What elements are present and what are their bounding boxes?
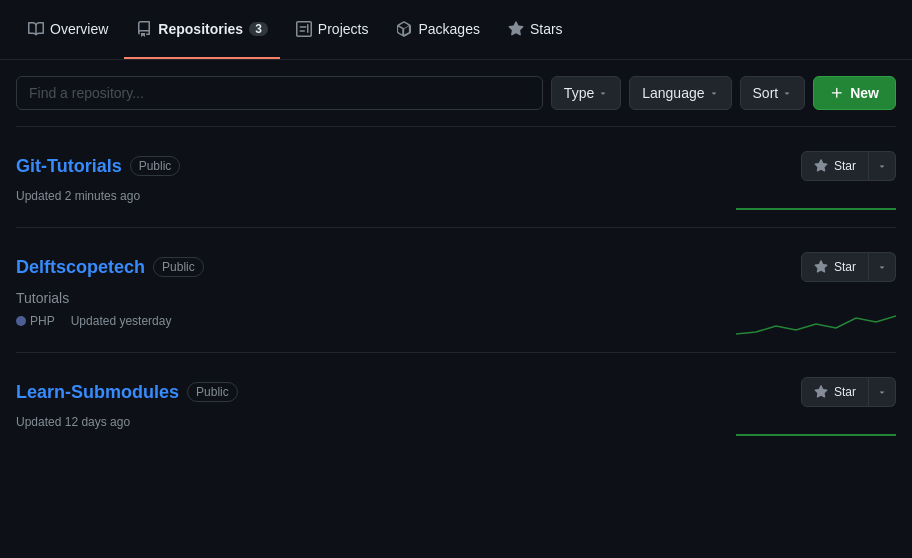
chevron-down-icon: [598, 88, 608, 98]
star-dropdown-git-tutorials[interactable]: [869, 151, 896, 181]
repositories-badge: 3: [249, 22, 268, 36]
repo-title-group: Learn-Submodules Public: [16, 382, 238, 403]
activity-chart: [736, 306, 896, 336]
language-dot: [16, 316, 26, 326]
type-dropdown[interactable]: Type: [551, 76, 621, 110]
star-dropdown-learn-submodules[interactable]: [869, 377, 896, 407]
activity-bar-delftscopetech: [736, 306, 896, 336]
star-button-git-tutorials[interactable]: Star: [801, 151, 869, 181]
table-row: Delftscopetech Public Star Tutorials: [16, 227, 896, 352]
table-row: Git-Tutorials Public Star Updated 2 min: [16, 126, 896, 227]
visibility-badge: Public: [187, 382, 238, 402]
nav-overview-label: Overview: [50, 21, 108, 37]
activity-bar-learn-submodules: [736, 407, 896, 437]
star-nav-icon: [508, 21, 524, 37]
activity-chart: [736, 181, 896, 211]
new-button[interactable]: New: [813, 76, 896, 110]
toolbar: Type Language Sort New: [0, 60, 912, 126]
nav-projects-label: Projects: [318, 21, 369, 37]
nav-item-stars[interactable]: Stars: [496, 0, 575, 59]
repo-name-delftscopetech[interactable]: Delftscopetech: [16, 257, 145, 278]
activity-bar-git-tutorials: [736, 181, 896, 211]
language-dropdown[interactable]: Language: [629, 76, 731, 110]
chevron-down-icon-sort: [782, 88, 792, 98]
star-dropdown-delftscopetech[interactable]: [869, 252, 896, 282]
project-icon: [296, 21, 312, 37]
top-navigation: Overview Repositories 3 Projects Package…: [0, 0, 912, 60]
star-actions: Star: [801, 151, 896, 181]
star-actions: Star: [801, 377, 896, 407]
updated-time: Updated 2 minutes ago: [16, 189, 140, 203]
type-label: Type: [564, 85, 594, 101]
chevron-down-icon-star3: [877, 387, 887, 397]
updated-time: Updated 12 days ago: [16, 415, 130, 429]
star-label: Star: [834, 385, 856, 399]
nav-item-projects[interactable]: Projects: [284, 0, 381, 59]
repo-name-learn-submodules[interactable]: Learn-Submodules: [16, 382, 179, 403]
star-button-delftscopetech[interactable]: Star: [801, 252, 869, 282]
search-input[interactable]: [16, 76, 543, 110]
nav-packages-label: Packages: [418, 21, 479, 37]
package-icon: [396, 21, 412, 37]
star-label: Star: [834, 159, 856, 173]
repo-title-group: Git-Tutorials Public: [16, 156, 180, 177]
star-icon: [814, 159, 828, 173]
repo-title-group: Delftscopetech Public: [16, 257, 204, 278]
chevron-down-icon-lang: [709, 88, 719, 98]
nav-stars-label: Stars: [530, 21, 563, 37]
star-label: Star: [834, 260, 856, 274]
language-item: PHP: [16, 314, 55, 328]
activity-chart: [736, 407, 896, 437]
visibility-badge: Public: [153, 257, 204, 277]
book-icon: [28, 21, 44, 37]
updated-time: Updated yesterday: [71, 314, 172, 328]
table-row: Learn-Submodules Public Star Updated 12: [16, 352, 896, 453]
nav-repositories-label: Repositories: [158, 21, 243, 37]
repo-name-git-tutorials[interactable]: Git-Tutorials: [16, 156, 122, 177]
sort-dropdown[interactable]: Sort: [740, 76, 806, 110]
star-button-learn-submodules[interactable]: Star: [801, 377, 869, 407]
language-name: PHP: [30, 314, 55, 328]
plus-icon: [830, 86, 844, 100]
nav-item-overview[interactable]: Overview: [16, 0, 120, 59]
repo-description: Tutorials: [16, 290, 896, 306]
chevron-down-icon-star: [877, 161, 887, 171]
sort-label: Sort: [753, 85, 779, 101]
language-label: Language: [642, 85, 704, 101]
chevron-down-icon-star2: [877, 262, 887, 272]
star-icon: [814, 385, 828, 399]
repo-icon: [136, 21, 152, 37]
star-icon: [814, 260, 828, 274]
nav-item-repositories[interactable]: Repositories 3: [124, 0, 280, 59]
visibility-badge: Public: [130, 156, 181, 176]
star-actions: Star: [801, 252, 896, 282]
new-label: New: [850, 85, 879, 101]
nav-item-packages[interactable]: Packages: [384, 0, 491, 59]
repository-list: Git-Tutorials Public Star Updated 2 min: [0, 126, 912, 453]
